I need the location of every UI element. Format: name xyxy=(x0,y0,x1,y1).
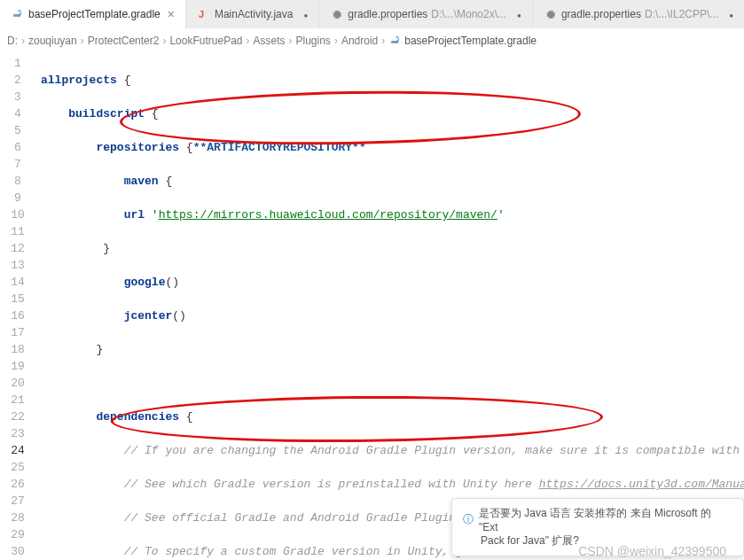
popup-text: Pack for Java" 扩展? xyxy=(463,533,732,548)
line-number: 25 xyxy=(0,459,35,476)
line-number: 2 xyxy=(0,72,35,89)
modified-indicator xyxy=(298,8,308,20)
line-number: 16 xyxy=(0,307,35,324)
line-number: 9 xyxy=(0,190,35,206)
code-line[interactable]: allprojects { xyxy=(41,72,744,89)
chevron-right-icon: › xyxy=(381,35,385,47)
line-number: 23 xyxy=(0,425,35,442)
line-number: 14 xyxy=(0,274,35,291)
line-number: 29 xyxy=(0,526,35,543)
java-icon: J xyxy=(197,8,209,20)
crumb[interactable]: Assets xyxy=(254,35,286,47)
code-line[interactable]: buildscript { xyxy=(41,105,744,122)
tab-baseprojecttemplate[interactable]: baseProjectTemplate.gradle × xyxy=(0,0,186,28)
code-area[interactable]: allprojects { buildscript { repositories… xyxy=(35,53,744,560)
tab-label: gradle.properties xyxy=(561,8,641,20)
code-line[interactable]: dependencies { xyxy=(41,408,744,425)
gear-icon xyxy=(544,8,556,20)
chevron-right-icon: › xyxy=(334,35,338,47)
tab-path: D:\...\IL2CPP\... xyxy=(645,8,718,20)
info-icon: ⓘ xyxy=(463,512,474,527)
chevron-right-icon: › xyxy=(81,35,84,47)
line-number: 11 xyxy=(0,223,35,240)
code-editor[interactable]: 1 2 3 4 5 6 7 8 9 10 11 12 13 14 15 16 1… xyxy=(0,53,744,560)
code-line[interactable]: // If you are changing the Android Gradl… xyxy=(41,442,744,459)
code-line[interactable] xyxy=(41,375,744,392)
crumb-file[interactable]: baseProjectTemplate.gradle xyxy=(404,35,536,47)
tab-label: MainActivity.java xyxy=(215,8,293,20)
tab-mainactivity[interactable]: J MainActivity.java xyxy=(186,0,319,28)
line-number: 4 xyxy=(0,105,35,122)
line-number: 10 xyxy=(0,206,35,223)
line-number: 15 xyxy=(0,291,35,307)
line-number: 30 xyxy=(0,543,35,560)
tab-gradleprops-2[interactable]: gradle.properties D:\...\IL2CPP\... xyxy=(533,0,744,28)
line-number: 1 xyxy=(0,55,35,72)
close-icon[interactable]: × xyxy=(168,8,175,20)
crumb[interactable]: D: xyxy=(7,35,18,47)
recommendation-popup[interactable]: ⓘ 是否要为 Java 语言 安装推荐的 来自 Microsoft 的 "Ext… xyxy=(451,498,744,556)
gradle-icon xyxy=(388,35,401,47)
line-number: 19 xyxy=(0,358,35,375)
line-number: 21 xyxy=(0,392,35,408)
line-number: 17 xyxy=(0,324,35,341)
code-line[interactable]: google() xyxy=(41,274,744,291)
tab-bar: baseProjectTemplate.gradle × J MainActiv… xyxy=(0,0,744,28)
crumb[interactable]: ProtectCenter2 xyxy=(88,35,160,47)
svg-text:J: J xyxy=(199,9,204,19)
gear-icon xyxy=(330,8,342,20)
chevron-right-icon: › xyxy=(289,35,293,47)
popup-text: 是否要为 Java 语言 安装推荐的 来自 Microsoft 的 "Ext xyxy=(479,506,732,533)
modified-indicator xyxy=(724,8,733,20)
tab-path: D:\...\Mono2x\... xyxy=(431,8,506,20)
gradle-icon xyxy=(11,8,23,20)
chevron-right-icon: › xyxy=(21,35,25,47)
line-number: 8 xyxy=(0,173,35,190)
code-line[interactable]: repositories {**ARTIFACTORYREPOSITORY** xyxy=(41,139,744,156)
modified-indicator xyxy=(512,8,521,20)
code-line[interactable]: } xyxy=(41,240,744,257)
crumb[interactable]: Plugins xyxy=(296,35,331,47)
line-number: 28 xyxy=(0,509,35,526)
crumb[interactable]: zouqiuyan xyxy=(28,35,77,47)
line-number: 12 xyxy=(0,240,35,257)
tab-label: baseProjectTemplate.gradle xyxy=(28,8,161,20)
code-line[interactable]: maven { xyxy=(41,173,744,190)
tab-label: gradle.properties xyxy=(348,8,427,20)
line-number: 22 xyxy=(0,408,35,425)
line-number: 13 xyxy=(0,257,35,274)
crumb[interactable]: LookFutruePad xyxy=(169,35,242,47)
code-line[interactable]: } xyxy=(41,341,744,358)
breadcrumb[interactable]: D:› zouqiuyan› ProtectCenter2› LookFutru… xyxy=(0,28,744,53)
code-line[interactable]: url 'https://mirrors.huaweicloud.com/rep… xyxy=(41,206,744,223)
crumb[interactable]: Android xyxy=(341,35,378,47)
line-number-gutter: 1 2 3 4 5 6 7 8 9 10 11 12 13 14 15 16 1… xyxy=(0,53,35,560)
code-line[interactable]: // See which Gradle version is preinstal… xyxy=(41,476,744,493)
line-number: 7 xyxy=(0,156,35,173)
chevron-right-icon: › xyxy=(247,35,250,47)
tab-gradleprops-1[interactable]: gradle.properties D:\...\Mono2x\... xyxy=(319,0,533,28)
line-number: 6 xyxy=(0,139,35,156)
line-number: 27 xyxy=(0,493,35,509)
line-number: 18 xyxy=(0,341,35,358)
chevron-right-icon: › xyxy=(162,35,166,47)
line-number: 26 xyxy=(0,476,35,493)
code-line[interactable]: jcenter() xyxy=(41,307,744,324)
line-number: 5 xyxy=(0,122,35,139)
line-number: 3 xyxy=(0,89,35,105)
line-number: 24 xyxy=(0,442,35,459)
line-number: 20 xyxy=(0,375,35,392)
